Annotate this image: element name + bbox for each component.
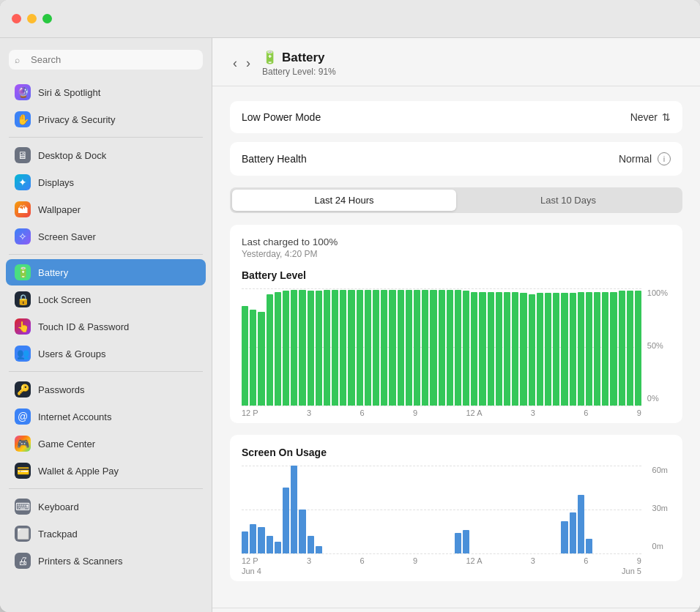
sidebar-item-trackpad[interactable]: ⬜Trackpad (6, 520, 206, 547)
sidebar-item-gamecenter[interactable]: 🎮Game Center (6, 430, 206, 457)
x-label-3a: 3 (307, 408, 311, 417)
sidebar-item-passwords[interactable]: 🔑Passwords (6, 376, 206, 403)
printers-icon: 🖨 (15, 553, 31, 569)
displays-icon: ✦ (15, 174, 31, 190)
screensaver-icon: ✧ (15, 228, 31, 245)
divider-after-wallet (9, 488, 203, 489)
divider-after-privacy (9, 137, 203, 138)
screen-x-label-6p: 6 (584, 556, 588, 565)
sidebar-item-users[interactable]: 👥Users & Groups (6, 340, 206, 367)
low-power-mode-value[interactable]: Never ⇅ (630, 111, 671, 123)
desktop-icon: 🖥 (15, 147, 31, 163)
battery-bar (340, 290, 346, 406)
battery-bar (455, 290, 461, 406)
battery-bar (529, 294, 535, 406)
sidebar-item-siri[interactable]: 🔮Siri & Spotlight (6, 79, 206, 105)
main-content-area: ⌕ 🔮Siri & Spotlight✋Privacy & Security🖥D… (0, 38, 700, 612)
screen-bar (250, 524, 256, 553)
tab-24h[interactable]: Last 24 Hours (232, 190, 456, 211)
search-input[interactable] (9, 50, 203, 70)
sidebar-item-wallpaper[interactable]: 🏔Wallpaper (6, 196, 206, 223)
sidebar: ⌕ 🔮Siri & Spotlight✋Privacy & Security🖥D… (0, 38, 212, 612)
close-button[interactable] (12, 14, 21, 23)
sidebar-item-screensaver[interactable]: ✧Screen Saver (6, 223, 206, 250)
screen-bar (275, 542, 281, 553)
sidebar-label-siri: Siri & Spotlight (38, 87, 100, 98)
sidebar-item-wallet[interactable]: 💳Wallet & Apple Pay (6, 458, 206, 484)
screen-bar (242, 531, 248, 553)
sidebar-label-lockscreen: Lock Screen (38, 294, 91, 305)
sidebar-item-internet[interactable]: @Internet Accounts (6, 403, 206, 430)
tab-10d[interactable]: Last 10 Days (456, 190, 680, 211)
x-label-12p: 12 P (242, 408, 258, 417)
x-label-6p: 6 (584, 408, 588, 417)
sidebar-item-keyboard[interactable]: ⌨Keyboard (6, 493, 206, 520)
battery-x-labels: 12 P 3 6 9 12 A 3 6 9 (242, 406, 671, 417)
battery-level-chart-section: Last charged to 100% Yesterday, 4:20 PM … (230, 225, 682, 423)
sidebar-item-printers[interactable]: 🖨Printers & Scanners (6, 548, 206, 574)
passwords-icon: 🔑 (15, 381, 31, 398)
internet-icon: @ (15, 408, 31, 425)
back-button[interactable]: ‹ (230, 54, 240, 72)
battery-bar (389, 290, 395, 406)
sidebar-item-desktop[interactable]: 🖥Desktop & Dock (6, 142, 206, 168)
battery-bar (258, 312, 264, 406)
sidebar-label-touchid: Touch ID & Password (38, 321, 129, 332)
screen-bars-container (242, 466, 641, 553)
battery-bar (447, 290, 453, 406)
sidebar-item-privacy[interactable]: ✋Privacy & Security (6, 106, 206, 133)
sidebar-item-battery[interactable]: 🔋Battery (6, 259, 206, 286)
battery-bar (422, 290, 428, 406)
battery-bar (570, 293, 576, 406)
battery-bar (324, 290, 330, 406)
battery-bar (250, 310, 256, 406)
battery-bar (381, 290, 387, 406)
sidebar-label-screensaver: Screen Saver (38, 231, 96, 242)
screen-x-labels: 12 P 3 6 9 12 A 3 6 9 (242, 553, 671, 565)
wallpaper-icon: 🏔 (15, 201, 31, 217)
battery-bar (627, 291, 633, 406)
x-label-9a: 9 (413, 408, 417, 417)
screen-bar (561, 521, 567, 553)
screen-bar (283, 488, 289, 553)
battery-bar (496, 292, 502, 406)
title-bar (0, 0, 700, 38)
sidebar-item-touchid[interactable]: 👆Touch ID & Password (6, 313, 206, 340)
battery-chart: 100% 50% 0% (242, 288, 671, 406)
sidebar-item-lockscreen[interactable]: 🔒Lock Screen (6, 286, 206, 313)
battery-bar (602, 292, 608, 406)
battery-bar (520, 293, 526, 406)
minimize-button[interactable] (27, 14, 37, 23)
battery-health-value: Normal i (619, 152, 671, 165)
screen-chart: 60m 30m 0m (242, 466, 671, 553)
battery-bar (610, 292, 617, 406)
screen-x-label-6a: 6 (360, 556, 364, 565)
battery-bar (398, 290, 404, 406)
y-label-0: 0% (647, 394, 668, 403)
battery-bars-container (242, 288, 641, 406)
sidebar-item-displays[interactable]: ✦Displays (6, 169, 206, 195)
touchid-icon: 👆 (15, 318, 31, 335)
battery-bar (299, 290, 305, 406)
info-icon[interactable]: i (658, 152, 671, 165)
screen-y-label-30: 30m (652, 504, 668, 512)
traffic-lights (12, 14, 52, 23)
sidebar-label-displays: Displays (38, 177, 74, 188)
search-box[interactable]: ⌕ (9, 50, 203, 70)
sidebar-label-battery: Battery (38, 267, 68, 278)
maximize-button[interactable] (42, 14, 52, 23)
search-icon: ⌕ (15, 55, 20, 65)
header-title-area: 🔋 Battery Battery Level: 91% (262, 50, 336, 77)
screen-bar (267, 536, 273, 553)
screen-bar (455, 533, 461, 553)
forward-button[interactable]: › (243, 54, 253, 72)
battery-bar (414, 290, 420, 406)
battery-icon: 🔋 (15, 264, 31, 280)
screen-x-label-3p: 3 (531, 556, 535, 565)
page-title: 🔋 Battery (262, 50, 336, 65)
screen-bar (570, 512, 576, 553)
screen-x-label-12a: 12 A (466, 556, 482, 565)
battery-bar (635, 291, 641, 406)
last-charged-info: Last charged to 100% Yesterday, 4:20 PM (242, 236, 671, 259)
x-label-9p: 9 (637, 408, 641, 417)
